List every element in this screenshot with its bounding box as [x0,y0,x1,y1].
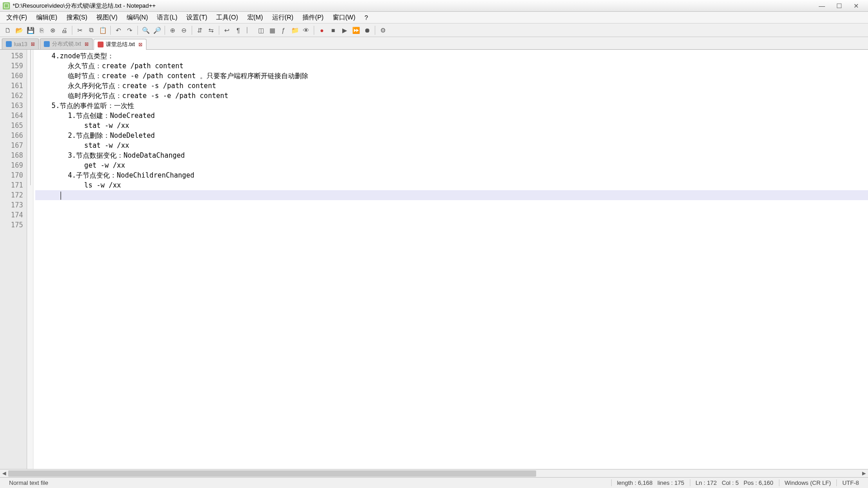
app-icon [3,2,10,9]
menu-macro[interactable]: 宏(M) [243,13,268,23]
menu-file[interactable]: 文件(F) [2,13,32,23]
editor-area: 1581591601611621631641651661671681691701… [0,50,868,469]
status-eol[interactable]: Windows (CR LF) [779,479,837,486]
minimize-button[interactable]: — [817,2,826,9]
play-multi-icon[interactable]: ⏩ [351,25,361,35]
show-all-chars-icon[interactable]: ¶ [233,25,243,35]
menu-tools[interactable]: 工具(O) [212,13,242,23]
menu-bar: 文件(F) 编辑(E) 搜索(S) 视图(V) 编码(N) 语言(L) 设置(T… [0,12,868,23]
copy-icon[interactable]: ⧉ [86,25,96,35]
menu-window[interactable]: 窗口(W) [328,13,360,23]
code-line[interactable]: ls -w /xx [35,180,868,190]
menu-plugins[interactable]: 插件(P) [298,13,328,23]
menu-view[interactable]: 视图(V) [92,13,122,23]
zoom-out-icon[interactable]: ⊖ [179,25,189,35]
code-line[interactable]: stat -w /xx [35,121,868,131]
redo-icon[interactable]: ↷ [125,25,135,35]
toolbar-separator [314,26,314,35]
code-line[interactable]: 2.节点删除：NodeDeleted [35,131,868,141]
code-line[interactable]: 永久序列化节点：create -s /path content [35,81,868,91]
text-content[interactable]: 4.znode节点类型： 永久节点：create /path content 临… [33,50,868,469]
indent-guide-icon[interactable]: ⎸ [245,25,255,35]
toolbar-separator [110,26,111,35]
tab-2[interactable]: 课堂总结.txt ⊠ [94,39,146,50]
new-file-icon[interactable]: 🗋 [3,25,13,35]
line-number: 172 [0,190,23,200]
play-macro-icon[interactable]: ▶ [340,25,349,35]
find-icon[interactable]: 🔍 [141,25,151,35]
code-line[interactable] [35,200,868,210]
save-all-icon[interactable]: ⎘ [37,25,47,35]
horizontal-scrollbar[interactable]: ◀ ▶ [0,469,868,477]
undo-icon[interactable]: ↶ [113,25,123,35]
print-icon[interactable]: 🖨 [59,25,69,35]
replace-icon[interactable]: 🔎 [152,25,162,35]
code-line[interactable] [35,190,868,200]
menu-run[interactable]: 运行(R) [268,13,298,23]
open-file-icon[interactable]: 📂 [14,25,24,35]
line-number: 171 [0,180,23,190]
menu-help[interactable]: ? [360,13,373,22]
wordwrap-icon[interactable]: ↩ [222,25,232,35]
code-line[interactable]: 临时节点：create -e /path content 。只要客户端程序断开链… [35,71,868,81]
code-line[interactable]: 1.节点创建：NodeCreated [35,111,868,121]
status-encoding[interactable]: UTF-8 [836,479,864,486]
code-line[interactable]: 5.节点的事件监听：一次性 [35,101,868,111]
folder-workspace-icon[interactable]: 📁 [290,25,300,35]
paste-icon[interactable]: 📋 [98,25,108,35]
line-number: 160 [0,71,23,81]
tab-close-icon[interactable]: ⊠ [85,41,89,47]
toolbar-separator [165,26,165,35]
code-line[interactable]: 3.节点数据变化：NodeDataChanged [35,150,868,160]
line-number: 165 [0,121,23,131]
sync-h-icon[interactable]: ⇆ [206,25,216,35]
func-list-icon[interactable]: ƒ [278,25,288,35]
doc-map-icon[interactable]: ▦ [267,25,277,35]
code-line[interactable] [35,220,868,230]
line-number: 159 [0,61,23,71]
save-macro-icon[interactable]: ⏺ [362,25,372,35]
tab-1[interactable]: 分布式锁.txt ⊠ [40,38,93,49]
menu-settings[interactable]: 设置(T) [182,13,212,23]
maximize-button[interactable]: ☐ [835,2,844,9]
scroll-right-icon[interactable]: ▶ [860,470,868,477]
save-icon[interactable]: 💾 [25,25,35,35]
sync-v-icon[interactable]: ⇵ [195,25,205,35]
scroll-left-icon[interactable]: ◀ [0,470,8,477]
line-number: 169 [0,160,23,170]
scroll-thumb[interactable] [8,470,536,477]
fold-margin[interactable] [27,50,33,469]
window-title: *D:\Resource\video\分布式锁\课堂总结.txt - Notep… [13,2,817,10]
code-line[interactable]: 4.znode节点类型： [35,51,868,61]
menu-edit[interactable]: 编辑(E) [32,13,62,23]
scroll-track[interactable] [8,470,860,477]
code-line[interactable]: get -w /xx [35,160,868,170]
status-filetype: Normal text file [4,479,54,486]
menu-encoding[interactable]: 编码(N) [122,13,152,23]
tab-0[interactable]: lua13 ⊠ [2,38,39,49]
stop-macro-icon[interactable]: ■ [328,25,338,35]
code-line[interactable]: 临时序列化节点：create -s -e /path content [35,91,868,101]
plugin-icon[interactable]: ⚙ [378,25,388,35]
cut-icon[interactable]: ✂ [75,25,85,35]
code-line[interactable]: stat -w /xx [35,141,868,150]
code-line[interactable]: 4.子节点变化：NodeChildrenChanged [35,170,868,180]
udl-icon[interactable]: ◫ [256,25,266,35]
line-number-gutter: 1581591601611621631641651661671681691701… [0,50,27,469]
tab-close-icon[interactable]: ⊠ [138,42,142,47]
status-length: length : 6,168 lines : 175 [611,479,690,486]
tab-label: 分布式锁.txt [52,40,81,48]
record-macro-icon[interactable]: ● [317,25,327,35]
close-button[interactable]: ✕ [852,2,861,9]
code-line[interactable] [35,210,868,220]
tab-label: lua13 [14,41,27,47]
menu-search[interactable]: 搜索(S) [62,13,92,23]
file-modified-icon [98,42,104,47]
toolbar-separator [375,26,375,35]
close-file-icon[interactable]: ⊗ [48,25,58,35]
menu-language[interactable]: 语言(L) [152,13,182,23]
monitor-icon[interactable]: 👁 [301,25,311,35]
code-line[interactable]: 永久节点：create /path content [35,61,868,71]
zoom-in-icon[interactable]: ⊕ [168,25,178,35]
tab-close-icon[interactable]: ⊠ [31,41,35,47]
